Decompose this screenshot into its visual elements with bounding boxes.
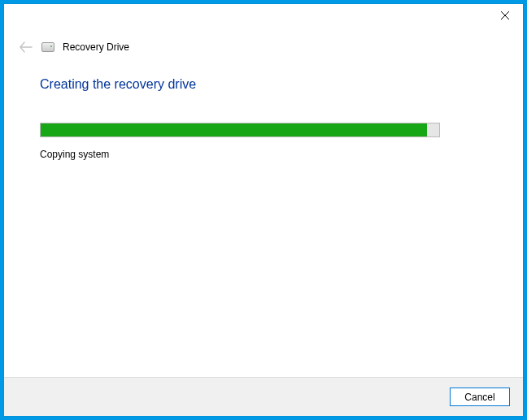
- cancel-button[interactable]: Cancel: [450, 388, 510, 406]
- page-heading: Creating the recovery drive: [40, 77, 487, 92]
- footer: Cancel: [4, 377, 523, 416]
- progress-bar: [40, 123, 440, 137]
- progress-fill: [41, 123, 427, 136]
- drive-icon: [41, 42, 54, 52]
- app-title: Recovery Drive: [63, 41, 129, 53]
- status-text: Copying system: [40, 149, 487, 160]
- close-button[interactable]: [486, 4, 523, 27]
- header-row: Recovery Drive: [4, 40, 523, 54]
- wizard-window: Recovery Drive Creating the recovery dri…: [4, 4, 523, 416]
- titlebar: [4, 4, 523, 30]
- content-area: Creating the recovery drive Copying syst…: [4, 54, 523, 377]
- close-icon: [501, 11, 509, 19]
- back-arrow-icon: [20, 41, 33, 53]
- back-button[interactable]: [19, 40, 33, 54]
